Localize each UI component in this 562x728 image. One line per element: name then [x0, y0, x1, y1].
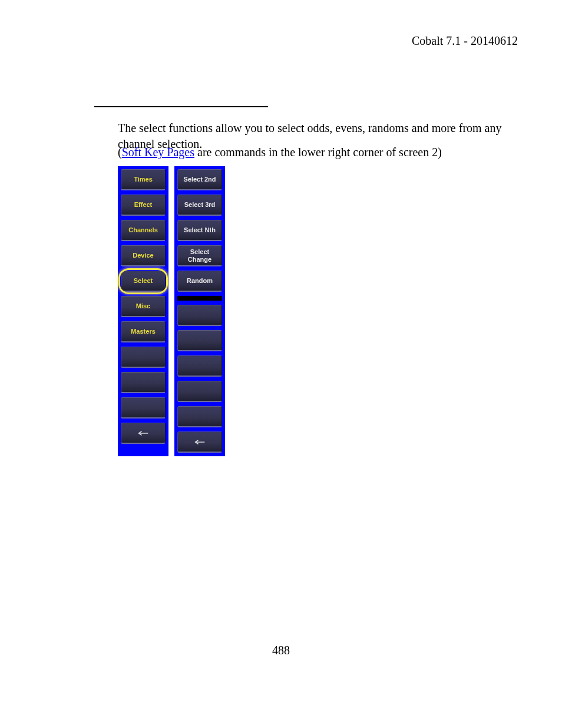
left-softkey-empty: [121, 347, 166, 368]
doc-header: Cobalt 7.1 - 20140612: [412, 34, 518, 48]
right-softkey-empty: [177, 381, 222, 402]
left-softkey-empty: [121, 372, 166, 393]
left-softkey-back[interactable]: [121, 423, 166, 444]
right-softkey-empty: [177, 406, 222, 427]
paren-open: (: [118, 146, 122, 159]
back-arrow-icon: [137, 430, 149, 436]
right-softkey-select-nth[interactable]: Select Nth: [177, 220, 222, 241]
right-softkey-back[interactable]: [177, 431, 222, 453]
left-softkey-select[interactable]: Select: [121, 271, 166, 292]
paragraph-softkey-note: (Soft Key Pages are commands in the lowe…: [118, 144, 521, 160]
horizontal-rule: [94, 106, 268, 107]
right-softkey-random[interactable]: Random: [177, 271, 222, 292]
right-softkey-empty: [177, 355, 222, 377]
soft-key-pages-link[interactable]: Soft Key Pages: [122, 146, 194, 159]
softkey-panel-right: Select 2ndSelect 3rdSelect NthSelectChan…: [174, 166, 225, 456]
left-softkey-masters[interactable]: Masters: [121, 321, 166, 342]
back-arrow-icon: [194, 439, 206, 445]
right-softkey-empty: [177, 330, 222, 351]
left-softkey-misc[interactable]: Misc: [121, 296, 166, 317]
left-softkey-times[interactable]: Times: [121, 169, 166, 190]
left-softkey-device[interactable]: Device: [121, 245, 166, 266]
right-softkey-select-2nd[interactable]: Select 2nd: [177, 169, 222, 190]
page-number: 488: [0, 644, 562, 657]
left-softkey-empty: [121, 397, 166, 419]
left-softkey-channels[interactable]: Channels: [121, 220, 166, 241]
paragraph-rest: are commands in the lower right corner o…: [194, 146, 442, 159]
right-softkey-select-change[interactable]: SelectChange: [177, 245, 222, 266]
right-spacer: [177, 296, 222, 301]
softkey-panels: TimesEffectChannelsDeviceSelectMiscMaste…: [118, 166, 225, 456]
left-softkey-effect[interactable]: Effect: [121, 195, 166, 216]
right-softkey-empty: [177, 305, 222, 326]
softkey-panel-left: TimesEffectChannelsDeviceSelectMiscMaste…: [118, 166, 168, 456]
right-softkey-select-3rd[interactable]: Select 3rd: [177, 195, 222, 216]
